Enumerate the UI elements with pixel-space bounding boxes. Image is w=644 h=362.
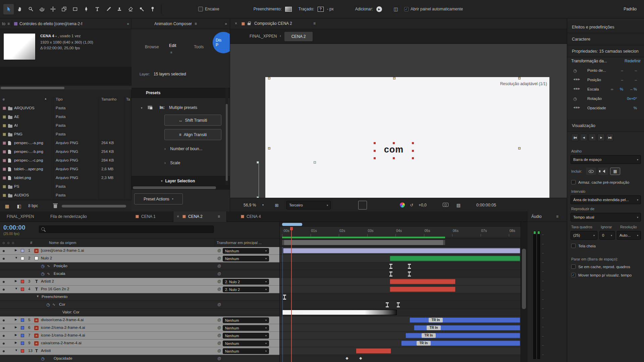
close-icon[interactable]: × (235, 21, 237, 26)
label-chip[interactable] (3, 168, 6, 171)
size-column[interactable]: Tamanho (101, 97, 116, 101)
fill-swatch[interactable] (285, 7, 292, 12)
label-chip[interactable] (3, 107, 6, 110)
effect-controls-tab[interactable]: Controles do efeito [cores]/cena-2-f (19, 21, 82, 26)
panel-menu-icon[interactable]: ≡ (218, 214, 220, 219)
horizontal-scrollbar[interactable] (0, 86, 131, 89)
selected-text-layer[interactable]: com + (375, 143, 413, 158)
timeline-search[interactable] (39, 226, 214, 233)
project-item[interactable]: perspec-...-b.png Arquivo PNG 254 KB (0, 147, 131, 156)
timeline-row[interactable]: ▶7Aiicone-1/cena-2-frame-4.ai@Nenhum▾ (0, 332, 279, 340)
scrollbar-thumb[interactable] (62, 205, 126, 207)
parent-dropdown[interactable]: Nenhum▾ (223, 248, 269, 254)
timeline-row[interactable]: ◷∿Escala@ (0, 270, 279, 278)
edit-menu-icon[interactable]: ≡ (170, 51, 172, 54)
breadcrumb-root[interactable]: FINAL_XPPEN (250, 34, 277, 39)
previous-frame-button[interactable]: ◀ (580, 134, 587, 141)
composition-mini-flowchart-icon[interactable] (218, 226, 227, 235)
project-item[interactable]: AUDIOS Pasta (0, 191, 131, 200)
label-chip[interactable] (3, 141, 6, 145)
parent-dropdown[interactable]: 2. Nulo 2▾ (223, 287, 269, 292)
exposure-value[interactable]: +0,0 (419, 198, 427, 212)
first-frame-button[interactable]: ▮◀ (571, 134, 579, 141)
label-chip[interactable] (3, 115, 6, 119)
framerate-dropdown[interactable]: (25)▾ (571, 231, 597, 240)
stroke-swatch[interactable]: ? (318, 7, 324, 12)
extra-column[interactable]: Ta (126, 97, 130, 101)
region-of-interest-icon[interactable] (335, 201, 344, 209)
mask-mode-icon[interactable] (165, 5, 173, 13)
vertical-scrollbar[interactable] (225, 88, 228, 185)
panel-title[interactable]: Animation Composer (154, 21, 192, 26)
anchor-point-icon[interactable]: + (396, 147, 398, 153)
if-cached-checkbox[interactable] (571, 264, 576, 269)
trash-icon[interactable] (54, 204, 57, 208)
label-chip[interactable] (3, 159, 6, 162)
fullscreen-checkbox[interactable] (571, 244, 576, 248)
keyframe-marker[interactable] (408, 272, 411, 277)
keyframe-marker[interactable] (397, 302, 400, 307)
zoom-tool[interactable] (25, 4, 36, 14)
partial-tab[interactable]: to (2, 21, 5, 26)
preview-header[interactable]: Visualização (567, 120, 644, 132)
composition-canvas[interactable] (265, 77, 549, 198)
horizontal-scrollbar[interactable] (131, 185, 230, 190)
keyframe-marker[interactable] (389, 272, 392, 277)
sort-ascending-icon[interactable]: ▲ (44, 97, 47, 100)
tab-tools[interactable]: Tools (194, 45, 204, 49)
interpret-footage-icon[interactable]: ▦ (3, 202, 11, 210)
presets-section-header[interactable]: Presets (131, 88, 230, 98)
project-item[interactable]: PS Pasta (0, 182, 131, 191)
reset-link[interactable]: Redefinir (625, 59, 641, 63)
timeline-row[interactable]: ▼4TPro 16 Gen 2n 2@2. Nulo 2▾ (0, 286, 279, 293)
transition-in-badge[interactable]: TR In (417, 341, 431, 346)
property-row[interactable]: ◷ Ponto de... – – (571, 66, 642, 75)
pen-tool[interactable] (81, 4, 91, 14)
choose-grid-icon[interactable]: ⊞ (272, 201, 281, 209)
null-handle[interactable] (314, 161, 316, 164)
timeline-row[interactable]: ◷Opacidade@ (0, 355, 279, 362)
panel-grid-icon[interactable]: ◫ (391, 5, 400, 13)
timeline-row[interactable]: ▶3TArtistt 2@2. Nulo 2▾ (0, 278, 279, 286)
mask-visibility-icon[interactable] (358, 201, 367, 209)
lock-icon[interactable] (248, 23, 251, 25)
layer-duration-bar[interactable] (390, 287, 455, 292)
label-chip[interactable] (3, 194, 6, 197)
chevron-down-icon[interactable]: ▾ (55, 35, 57, 38)
close-icon[interactable]: × (177, 214, 179, 219)
parent-dropdown[interactable]: Nenhum▾ (223, 333, 269, 339)
shape-nodes-icon[interactable] (175, 5, 183, 13)
keyframe-diamond[interactable]: ◆ (345, 356, 348, 360)
time-navigator[interactable] (280, 222, 521, 227)
layer-duration-bar[interactable] (390, 256, 520, 261)
vertical-scrollbar[interactable] (521, 222, 527, 362)
selection-handle[interactable] (268, 147, 270, 149)
proxy-icon[interactable]: ◧ (15, 202, 23, 210)
source-name-column[interactable]: Nome da origem (49, 241, 76, 245)
preset-group-number[interactable]: › Number of boun... (164, 146, 202, 151)
snapshot-camera-icon[interactable] (443, 203, 448, 207)
layer-duration-bar[interactable] (390, 279, 455, 284)
parent-dropdown[interactable]: Nenhum▾ (223, 325, 269, 331)
pan-behind-tool[interactable] (59, 4, 69, 14)
panel-menu-icon[interactable]: ≡ (195, 21, 197, 26)
skip-dropdown[interactable]: 0▾ (599, 231, 615, 240)
workspace-button[interactable]: Padrão (620, 5, 641, 13)
panel-menu-icon[interactable]: ≡ (313, 21, 316, 26)
comp-name[interactable]: CENA 4 (40, 34, 54, 38)
timeline-row[interactable]: ▼2Nulo 2@Nenhum▾ (0, 255, 279, 262)
parent-dropdown[interactable]: 2. Nulo 2▾ (223, 279, 269, 285)
motion-blur-icon[interactable] (267, 226, 275, 235)
tab-overflow-icon[interactable]: » (127, 21, 129, 26)
hide-shy-layers-icon[interactable] (247, 226, 256, 235)
shift-transitions-button[interactable]: ↔ Shift Transiti (164, 115, 221, 126)
timeline-row[interactable]: Valor: Cor (0, 309, 279, 316)
tab-browse[interactable]: Browse (145, 45, 159, 49)
twirl-down-icon[interactable]: ▾ (141, 106, 143, 110)
property-row[interactable]: ◷ Rotação 0x+0° (571, 94, 642, 104)
project-item[interactable]: perspec-...-c.png Arquivo PNG 284 KB (0, 156, 131, 165)
color-management-icon[interactable] (400, 202, 405, 207)
preset-group-scale[interactable]: › Scale (164, 161, 180, 165)
show-snapshot-icon[interactable]: ▤ (454, 201, 463, 209)
project-item[interactable]: tablet-...aper.png Arquivo PNG 2,6 MB (0, 165, 131, 174)
